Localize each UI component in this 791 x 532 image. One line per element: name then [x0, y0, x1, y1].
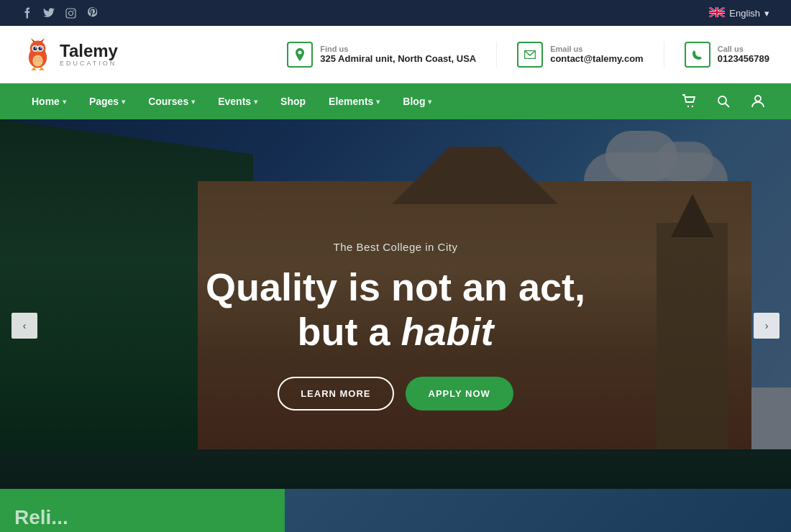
slider-next-button[interactable]: › [754, 313, 779, 339]
findus-value: 325 Admiral unit, North Coast, USA [320, 53, 476, 64]
events-dropdown-arrow: ▾ [254, 98, 257, 106]
svg-marker-6 [31, 38, 35, 42]
learn-more-button[interactable]: LEARN MORE [278, 377, 393, 411]
blog-dropdown-arrow: ▾ [428, 98, 431, 106]
contact-emailus-info: Email us contact@talemy.com [550, 45, 643, 64]
nav-links: Home ▾ Pages ▾ Courses ▾ Events ▾ Shop E… [22, 90, 442, 113]
nav-pages[interactable]: Pages ▾ [79, 90, 135, 113]
nav-shop[interactable]: Shop [270, 90, 316, 113]
bottom-peek: Reli... [0, 489, 791, 532]
search-icon[interactable] [712, 90, 735, 113]
svg-point-13 [40, 47, 42, 49]
peek-image [285, 489, 791, 532]
svg-rect-0 [66, 9, 76, 18]
header: Talemy EDUCATION Find us 325 Admiral uni… [0, 26, 791, 83]
svg-point-23 [687, 106, 689, 107]
svg-marker-7 [40, 38, 45, 42]
peek-green-section: Reli... [0, 489, 285, 532]
top-bar: English ▾ [0, 0, 791, 26]
navbar: Home ▾ Pages ▾ Courses ▾ Events ▾ Shop E… [0, 83, 791, 119]
svg-point-1 [68, 11, 73, 15]
facebook-icon[interactable] [22, 7, 33, 19]
pinterest-icon[interactable] [86, 7, 98, 19]
svg-point-27 [755, 96, 761, 101]
cart-icon[interactable] [677, 90, 700, 113]
nav-elements[interactable]: Elements ▾ [319, 90, 390, 113]
contact-callus: Call us 0123456789 [685, 42, 769, 68]
hero-content: The Best College in City Quality is not … [180, 241, 611, 411]
svg-point-24 [692, 106, 693, 107]
logo-sub: EDUCATION [60, 60, 118, 67]
header-contacts: Find us 325 Admiral unit, North Coast, U… [287, 42, 769, 68]
nav-events[interactable]: Events ▾ [208, 90, 268, 113]
hero-section: The Best College in City Quality is not … [0, 119, 791, 532]
logo-name: Talemy [60, 42, 118, 60]
svg-point-12 [35, 47, 37, 49]
svg-point-2 [73, 10, 74, 12]
svg-point-11 [38, 47, 42, 50]
callus-value: 0123456789 [718, 53, 769, 64]
hero-title-line2: but a habit [298, 310, 494, 353]
hero-buttons: LEARN MORE APPLY NOW [180, 377, 611, 411]
hero-title-line1: Quality is not an act, [206, 265, 585, 308]
user-icon[interactable] [746, 90, 769, 113]
peek-green-text: Reli... [14, 506, 68, 529]
twitter-icon[interactable] [43, 7, 55, 19]
hero-title: Quality is not an act, but a habit [180, 265, 611, 354]
owl-logo [22, 38, 54, 70]
email-icon [517, 42, 543, 68]
divider1 [496, 42, 497, 68]
location-icon [287, 42, 313, 68]
language-selector[interactable]: English ▾ [709, 7, 769, 19]
logo-area[interactable]: Talemy EDUCATION [22, 38, 165, 70]
emailus-label: Email us [550, 45, 643, 53]
courses-dropdown-arrow: ▾ [191, 98, 195, 106]
home-dropdown-arrow: ▾ [63, 98, 66, 106]
svg-point-10 [33, 47, 37, 50]
svg-point-25 [718, 96, 726, 104]
contact-findus-info: Find us 325 Admiral unit, North Coast, U… [320, 45, 476, 64]
nav-icons [677, 90, 769, 113]
flag-icon [709, 7, 725, 19]
social-icons [22, 7, 98, 19]
contact-emailus: Email us contact@talemy.com [517, 42, 643, 68]
hero-subtitle: The Best College in City [180, 241, 611, 253]
peek-dark-section [285, 489, 791, 532]
contact-callus-info: Call us 0123456789 [718, 45, 769, 64]
callus-label: Call us [718, 45, 769, 53]
apply-now-button[interactable]: APPLY NOW [406, 377, 513, 411]
pages-dropdown-arrow: ▾ [122, 98, 125, 106]
logo-text: Talemy EDUCATION [60, 42, 118, 67]
nav-courses[interactable]: Courses ▾ [138, 90, 205, 113]
nav-blog[interactable]: Blog ▾ [393, 90, 442, 113]
svg-line-26 [726, 104, 730, 108]
phone-icon [685, 42, 710, 68]
divider2 [664, 42, 664, 68]
language-label: English [729, 8, 760, 19]
elements-dropdown-arrow: ▾ [376, 98, 380, 106]
contact-findus: Find us 325 Admiral unit, North Coast, U… [287, 42, 476, 68]
emailus-value: contact@talemy.com [550, 53, 643, 64]
slider-prev-button[interactable]: ‹ [12, 313, 37, 339]
nav-home[interactable]: Home ▾ [22, 90, 76, 113]
instagram-icon[interactable] [65, 7, 76, 19]
findus-label: Find us [320, 45, 476, 53]
language-arrow: ▾ [764, 8, 769, 19]
